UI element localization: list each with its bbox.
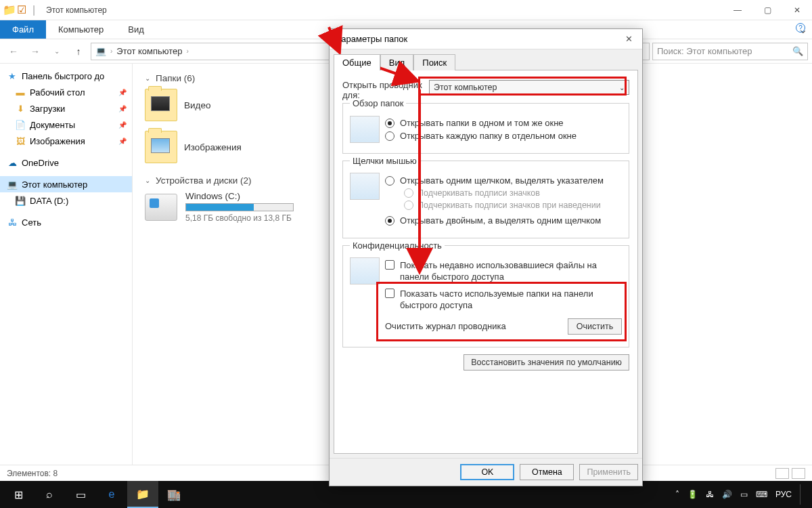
start-button[interactable]: ⊞ (3, 481, 34, 508)
nav-back-button[interactable]: ← (4, 42, 23, 61)
star-icon: ★ (7, 70, 18, 81)
radio-underline-hover (404, 200, 413, 210)
sidebar-item-label: Этот компьютер (22, 179, 87, 190)
view-large-icons-button[interactable] (792, 468, 805, 479)
chevron-down-icon: ⌄ (145, 75, 150, 82)
pin-icon: 📌 (118, 121, 127, 129)
radio-double-click[interactable] (385, 216, 394, 226)
volume-icon[interactable]: 🔊 (722, 490, 732, 499)
radio-single-click[interactable] (385, 176, 394, 186)
navigation-pane: ★Панель быстрого до ▬Рабочий стол📌 ⬇Загр… (0, 64, 133, 465)
sidebar-documents[interactable]: 📄Документы📌 (0, 117, 132, 133)
open-explorer-for-combo[interactable]: Этот компьютер ⌄ (429, 80, 629, 95)
breadcrumb-thispc[interactable]: Этот компьютер (116, 46, 182, 56)
keyboard-icon[interactable]: ⌨ (756, 490, 767, 499)
computer-icon: 💻 (7, 179, 18, 190)
dialog-button-row: OK Отмена Применить (330, 458, 642, 486)
radio-underline-always (404, 188, 413, 198)
window-title: Этот компьютер (46, 5, 107, 15)
drive-usage-bar (185, 203, 294, 211)
sidebar-data-drive[interactable]: 💾DATA (D:) (0, 192, 132, 209)
open-explorer-for-label: Открыть проводник для: (342, 80, 424, 100)
nav-history-button[interactable]: ⌄ (47, 42, 66, 61)
sidebar-item-label: DATA (D:) (30, 196, 68, 206)
search-icon: 🔍 (792, 46, 803, 56)
ok-button[interactable]: OK (460, 464, 514, 480)
explorer-button[interactable]: 📁 (127, 481, 158, 508)
minimize-button[interactable]: — (723, 0, 752, 20)
sidebar-network[interactable]: 🖧Сеть (0, 214, 132, 230)
sidebar-pictures[interactable]: 🖼Изображения📌 (0, 133, 132, 149)
sidebar-item-label: Изображения (30, 136, 85, 146)
action-center-icon[interactable]: ▭ (740, 490, 748, 499)
sidebar-quickaccess[interactable]: ★Панель быстрого до (0, 68, 132, 84)
tab-view[interactable]: Вид (380, 54, 414, 70)
chevron-right-icon: › (187, 47, 189, 55)
clear-button[interactable]: Очистить (568, 318, 622, 335)
radio-label: Подчеркивать подписи значков (418, 188, 540, 198)
network-tray-icon[interactable]: 🖧 (706, 490, 714, 499)
dialog-title: Параметры папок (335, 34, 407, 44)
tab-search[interactable]: Поиск (413, 54, 455, 70)
ribbon-computer-tab[interactable]: Компьютер (46, 20, 116, 39)
privacy-group: Конфиденциальность Показать недавно испо… (342, 245, 629, 347)
privacy-icon (350, 257, 380, 284)
edge-button[interactable]: e (96, 481, 127, 508)
address-pc-icon: 💻 (95, 46, 106, 56)
radio-new-window[interactable] (385, 131, 394, 141)
drive-c[interactable]: Windows (C:) 5,18 ГБ свободно из 13,8 ГБ (145, 191, 348, 223)
browse-preview-icon (350, 116, 380, 143)
help-icon[interactable]: ? (796, 23, 805, 33)
search-input[interactable]: Поиск: Этот компьютер 🔍 (652, 43, 808, 60)
group-legend: Конфиденциальность (350, 240, 445, 251)
maximize-button[interactable]: ▢ (752, 0, 782, 20)
radio-label: Открывать двойным, а выделять одним щелч… (400, 215, 601, 226)
taskview-button[interactable]: ▭ (65, 481, 96, 508)
browse-folders-group: Обзор папок Открывать папки в одном и то… (342, 103, 629, 154)
battery-icon[interactable]: 🔋 (687, 490, 698, 499)
tab-general[interactable]: Общие (334, 54, 380, 70)
sidebar-thispc[interactable]: 💻Этот компьютер (0, 176, 132, 192)
section-folders-label: Папки (6) (156, 73, 195, 83)
sidebar-item-label: OneDrive (22, 158, 59, 168)
sidebar-desktop[interactable]: ▬Рабочий стол📌 (0, 84, 132, 100)
quickaccess-check-icon[interactable]: ☑ (16, 5, 27, 16)
click-preview-icon (350, 173, 380, 200)
chevron-down-icon: ⌄ (619, 84, 625, 91)
ribbon-view-tab[interactable]: Вид (116, 20, 156, 39)
cancel-button[interactable]: Отмена (520, 464, 574, 480)
restore-defaults-button[interactable]: Восстановить значения по умолчанию (464, 354, 629, 371)
folder-options-dialog: Параметры папок ✕ Общие Вид Поиск Открыт… (329, 28, 643, 486)
documents-icon: 📄 (15, 119, 26, 130)
sidebar-downloads[interactable]: ⬇Загрузки📌 (0, 100, 132, 117)
apply-button: Применить (579, 464, 638, 480)
clear-history-label: Очистить журнал проводника (385, 321, 506, 331)
radio-same-window[interactable] (385, 119, 394, 128)
show-desktop-button[interactable] (800, 484, 804, 505)
ribbon-file-tab[interactable]: Файл (0, 20, 46, 39)
sidebar-onedrive[interactable]: ☁OneDrive (0, 154, 132, 171)
nav-up-button[interactable]: ↑ (69, 42, 88, 61)
language-indicator[interactable]: РУС (775, 490, 792, 499)
dialog-close-button[interactable]: ✕ (621, 31, 637, 47)
drive-icon (145, 194, 177, 221)
folder-images[interactable]: Изображения (145, 131, 307, 163)
store-button[interactable]: 🏬 (158, 481, 189, 508)
pin-icon: 📌 (118, 89, 127, 96)
pin-icon: 📌 (118, 105, 127, 112)
tray-up-icon[interactable]: ˄ (675, 490, 679, 499)
dialog-titlebar: Параметры папок ✕ (330, 29, 642, 49)
sidebar-item-label: Сеть (22, 217, 41, 228)
search-button[interactable]: ⌕ (34, 481, 65, 508)
radio-label: Открывать одним щелчком, выделять указат… (400, 175, 604, 186)
downloads-icon: ⬇ (15, 103, 26, 114)
chevron-down-icon: ⌄ (145, 177, 150, 184)
folder-label: Изображения (184, 142, 242, 152)
close-button[interactable]: ✕ (782, 0, 812, 20)
view-details-button[interactable] (775, 468, 789, 479)
radio-label: Подчеркивать подписи значков при наведен… (418, 200, 601, 210)
dialog-tabs: Общие Вид Поиск (330, 49, 642, 70)
checkbox-frequent-folders[interactable] (385, 289, 394, 298)
folder-video[interactable]: Видео (145, 89, 307, 121)
checkbox-recent-files[interactable] (385, 260, 394, 270)
